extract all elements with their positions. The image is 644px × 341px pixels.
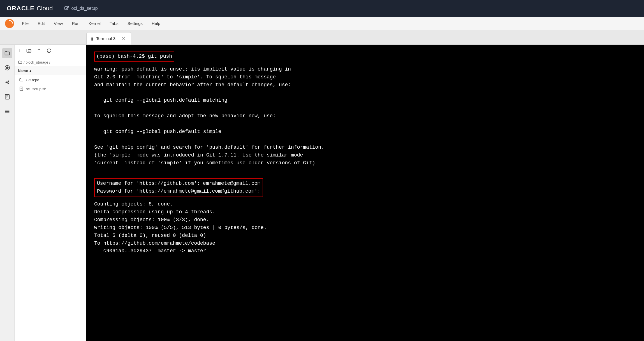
file-list-header: Name ▲ — [15, 66, 86, 75]
svg-point-5 — [6, 82, 7, 83]
jupyter-logo — [4, 18, 15, 29]
menu-edit[interactable]: Edit — [34, 19, 49, 27]
menu-tabs[interactable]: Tabs — [106, 19, 122, 27]
topbar-tab-link-label: oci_ds_setup — [71, 6, 98, 11]
terminal-mode-1: (the 'simple' mode was introduced in Git… — [94, 151, 636, 159]
terminal-warning-2: Git 2.0 from 'matching' to 'simple'. To … — [94, 73, 636, 81]
svg-point-7 — [8, 83, 9, 84]
file-item-name: oci_setup.sh — [26, 87, 46, 91]
sidebar-icon-list[interactable] — [2, 106, 12, 116]
terminal-output-5: To https://github.com/emrahmete/codebase — [94, 240, 636, 247]
top-bar: ORACLE Cloud oci_ds_setup — [0, 0, 644, 17]
menu-settings[interactable]: Settings — [124, 19, 147, 27]
file-path-text: / block_storage / — [24, 60, 50, 64]
file-item-gitrepo[interactable]: GitRepo — [15, 75, 86, 84]
sidebar-icon-notebook[interactable] — [2, 92, 12, 102]
sort-arrow-icon: ▲ — [29, 69, 32, 72]
terminal-tab-icon: ▮ — [91, 36, 93, 41]
file-browser: + / block_storage / Name ▲ GitRepo oci_s — [15, 45, 86, 341]
terminal-username: Username for 'https://github.com': emrah… — [97, 180, 260, 188]
terminal-output-3: Writing objects: 100% (5/5), 513 bytes |… — [94, 224, 636, 232]
menu-view[interactable]: View — [50, 19, 67, 27]
new-launcher-button[interactable]: + — [18, 48, 22, 55]
sidebar-icon-folder[interactable] — [2, 48, 12, 58]
menu-help[interactable]: Help — [148, 19, 164, 27]
terminal-output-1: Delta compression using up to 4 threads. — [94, 208, 636, 216]
menu-bar: File Edit View Run Kernel Tabs Settings … — [0, 17, 644, 30]
oracle-label: ORACLE — [7, 5, 34, 12]
external-link-icon — [64, 6, 69, 11]
refresh-button[interactable] — [46, 48, 52, 55]
file-item-oci-setup[interactable]: oci_setup.sh — [15, 84, 86, 93]
file-path-bar: / block_storage / — [15, 58, 86, 66]
terminal-credentials-box: Username for 'https://github.com': emrah… — [94, 178, 263, 197]
file-item-name: GitRepo — [26, 78, 39, 82]
cloud-label: Cloud — [37, 5, 53, 12]
terminal-mode-2: 'current' instead of 'simple' if you som… — [94, 159, 636, 167]
terminal-output-2: Compressing objects: 100% (3/3), done. — [94, 216, 636, 224]
tab-bar: ▮ Terminal 3 ✕ — [0, 30, 644, 45]
folder-item-icon — [19, 78, 24, 82]
sidebar-icon-commands[interactable] — [2, 77, 12, 87]
file-browser-toolbar: + — [15, 45, 86, 58]
upload-button[interactable] — [36, 48, 42, 55]
menu-kernel[interactable]: Kernel — [85, 19, 105, 27]
terminal-output-6: c9061a0..3d29437 master -> master — [94, 247, 636, 255]
terminal-prompt: (base) bash-4.2$ git push — [96, 53, 172, 60]
terminal-output-0: Counting objects: 8, done. — [94, 200, 636, 208]
terminal-output-4: Total 5 (delta 0), reused 0 (delta 0) — [94, 232, 636, 240]
terminal-prompt-box: (base) bash-4.2$ git push — [94, 52, 174, 62]
tab-terminal-3[interactable]: ▮ Terminal 3 ✕ — [86, 32, 131, 45]
terminal-cmd1: git config --global push.default matchin… — [94, 97, 636, 104]
sidebar-icon-running[interactable] — [2, 63, 12, 73]
terminal-area[interactable]: (base) bash-4.2$ git push warning: push.… — [86, 45, 644, 341]
menu-file[interactable]: File — [18, 19, 33, 27]
menu-run[interactable]: Run — [68, 19, 84, 27]
main-area: + / block_storage / Name ▲ GitRepo oci_s — [0, 45, 644, 341]
terminal-note1: To squelch this message and adopt the ne… — [94, 112, 636, 120]
file-item-icon — [19, 87, 24, 91]
oracle-logo: ORACLE Cloud — [7, 5, 53, 12]
svg-point-4 — [6, 67, 8, 69]
terminal-see-line: See 'git help config' and search for 'pu… — [94, 144, 636, 151]
svg-point-2 — [9, 20, 10, 21]
svg-rect-0 — [65, 7, 68, 10]
terminal-password: Password for 'https://emrahmete@gmail.co… — [97, 188, 260, 195]
terminal-cmd2: git config --global push.default simple — [94, 128, 636, 136]
new-folder-button[interactable] — [26, 48, 32, 55]
terminal-warning-1: warning: push.default is unset; its impl… — [94, 66, 636, 73]
terminal-warning-3: and maintain the current behavior after … — [94, 81, 636, 89]
sidebar-icons — [0, 45, 15, 341]
folder-path-icon — [18, 60, 22, 64]
tab-close-button[interactable]: ✕ — [121, 35, 126, 42]
tab-label: Terminal 3 — [96, 36, 115, 41]
file-name-column: Name — [18, 69, 28, 73]
topbar-tab-link[interactable]: oci_ds_setup — [64, 6, 98, 11]
svg-point-6 — [8, 81, 9, 82]
